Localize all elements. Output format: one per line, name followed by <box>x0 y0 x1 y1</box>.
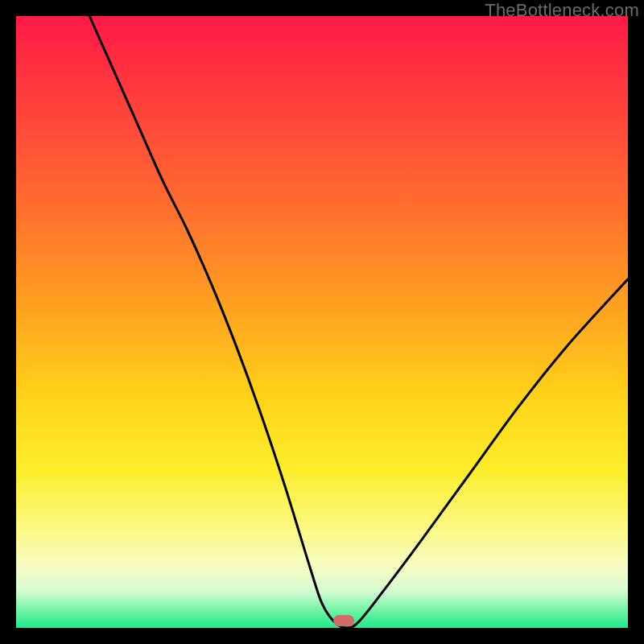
optimal-marker <box>333 615 354 626</box>
gradient-plot-area <box>16 16 628 628</box>
chart-frame: TheBottleneck.com <box>0 0 644 644</box>
bottleneck-curve <box>16 16 628 628</box>
